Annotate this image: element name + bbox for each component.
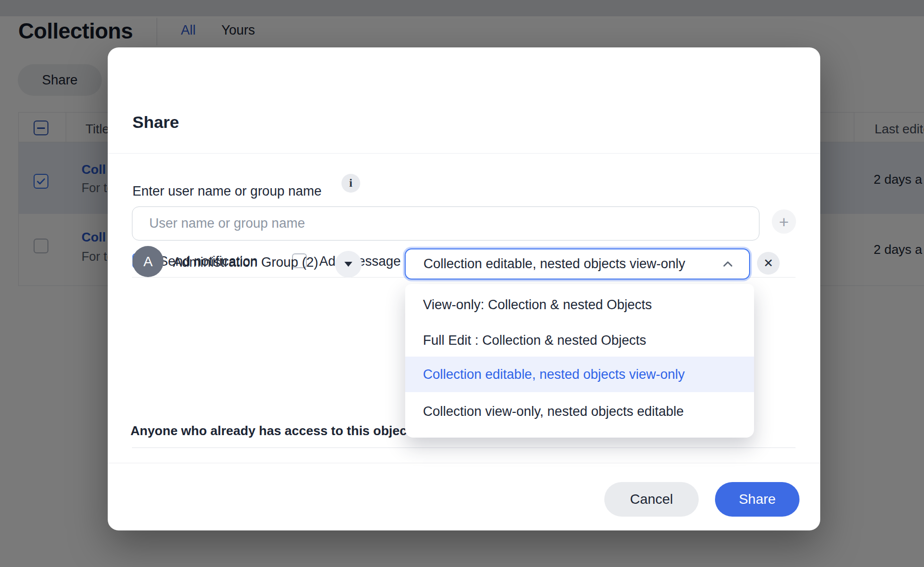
share-submit-button[interactable]: Share: [715, 482, 799, 517]
plus-icon: +: [779, 213, 789, 230]
info-icon[interactable]: i: [341, 174, 360, 193]
recipient-label: Enter user name or group name: [132, 184, 322, 199]
permission-dropdown-menu: View-only: Collection & nested Objects F…: [405, 284, 754, 438]
dialog-title: Share: [132, 113, 179, 132]
cancel-button[interactable]: Cancel: [604, 482, 699, 517]
chevron-up-icon: [721, 258, 734, 271]
recipient-name: Administration Group (2): [173, 255, 318, 270]
add-recipient-button[interactable]: +: [772, 209, 796, 234]
menu-option[interactable]: Collection view-only, nested objects edi…: [405, 394, 754, 429]
dialog-header-divider: [108, 153, 820, 154]
permission-select-value: Collection editable, nested objects view…: [423, 256, 711, 272]
recipient-expand-button[interactable]: [335, 251, 362, 278]
recipient-input[interactable]: [132, 206, 759, 241]
menu-option[interactable]: View-only: Collection & nested Objects: [405, 287, 754, 323]
avatar: A: [132, 246, 164, 277]
close-icon: ✕: [763, 256, 773, 270]
caret-down-icon: [344, 262, 352, 267]
share-dialog: Share Enter user name or group name i + …: [108, 47, 820, 530]
menu-option-selected[interactable]: Collection editable, nested objects view…: [405, 357, 754, 392]
permission-select[interactable]: Collection editable, nested objects view…: [405, 248, 750, 280]
remove-recipient-button[interactable]: ✕: [757, 252, 780, 275]
footer-divider: [108, 463, 820, 463]
section-divider: [132, 447, 796, 448]
menu-option[interactable]: Full Edit : Collection & nested Objects: [405, 323, 754, 358]
